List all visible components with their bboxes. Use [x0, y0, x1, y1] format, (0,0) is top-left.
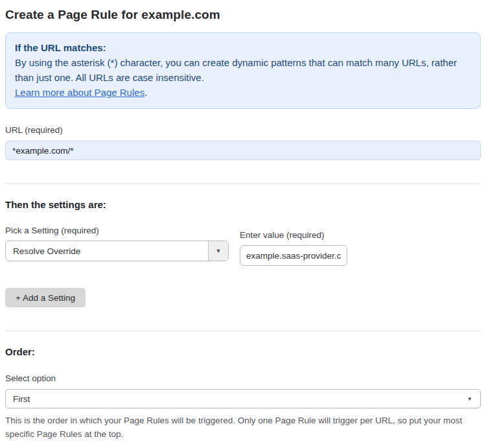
page-title: Create a Page Rule for example.com	[5, 8, 481, 22]
setting-select[interactable]: Resolve Override ▼	[5, 241, 229, 261]
link-suffix: .	[145, 87, 147, 98]
section-divider	[5, 331, 481, 331]
info-box-body: By using the asterisk (*) character, you…	[15, 55, 471, 85]
chevron-down-icon: ▼	[459, 390, 480, 408]
url-label: URL (required)	[5, 125, 481, 135]
order-section-heading: Order:	[5, 346, 481, 357]
settings-section-heading: Then the settings are:	[5, 199, 481, 210]
chevron-down-icon[interactable]: ▼	[208, 241, 228, 261]
setting-value-label: Enter value (required)	[240, 230, 347, 240]
url-match-info-box: If the URL matches: By using the asteris…	[5, 32, 481, 109]
info-box-link-line: Learn more about Page Rules.	[15, 85, 471, 100]
settings-row: Pick a Setting (required) Resolve Overri…	[5, 210, 481, 266]
setting-value-column: Enter value (required)	[240, 210, 347, 266]
order-select-value: First	[6, 390, 459, 408]
url-input[interactable]	[5, 141, 481, 160]
add-setting-button[interactable]: + Add a Setting	[5, 288, 86, 307]
setting-select-column: Pick a Setting (required) Resolve Overri…	[5, 210, 229, 261]
setting-value-input[interactable]	[240, 245, 347, 266]
section-divider	[5, 183, 481, 184]
create-page-rule-form: Create a Page Rule for example.com If th…	[0, 0, 486, 448]
order-select[interactable]: First ▼	[5, 389, 481, 408]
setting-select-label: Pick a Setting (required)	[5, 226, 229, 235]
info-box-heading: If the URL matches:	[15, 40, 471, 55]
order-helper-text: This is the order in which your Page Rul…	[5, 414, 478, 441]
setting-select-value: Resolve Override	[6, 241, 208, 261]
order-select-label: Select option	[5, 373, 481, 383]
learn-more-link[interactable]: Learn more about Page Rules	[15, 87, 145, 98]
